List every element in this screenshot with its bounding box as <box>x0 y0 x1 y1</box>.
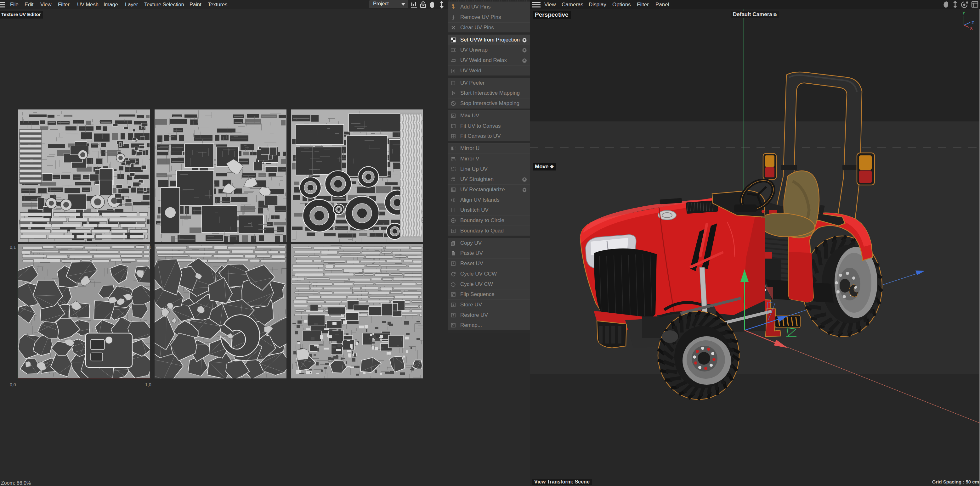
svg-text:Y: Y <box>963 11 965 16</box>
svg-text:X: X <box>970 26 973 30</box>
svg-text:Z: Z <box>972 21 974 25</box>
